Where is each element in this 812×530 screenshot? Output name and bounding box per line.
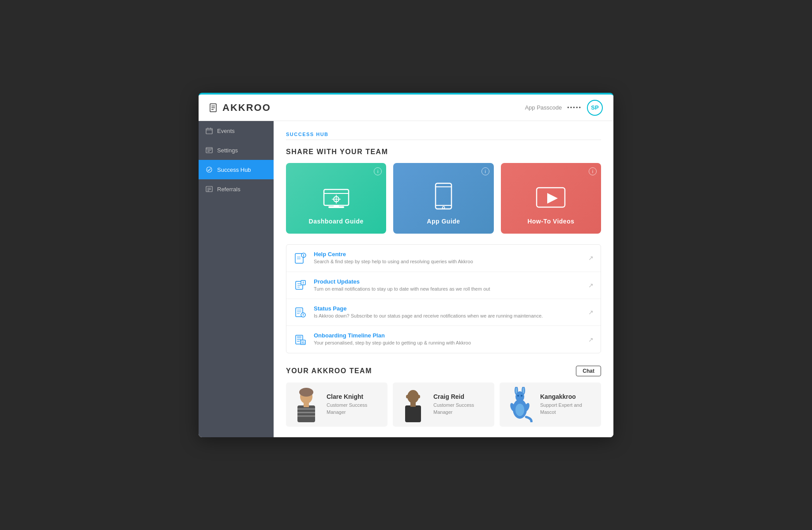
svg-rect-63 <box>304 403 309 407</box>
help-centre-title: Help Centre <box>314 251 588 257</box>
status-page-external-icon: ↗ <box>588 309 594 316</box>
events-icon <box>206 127 213 134</box>
kangakkroo-info: Kangakkroo Support Expert and Mascot <box>540 393 595 416</box>
app-guide-card-icon <box>434 182 453 212</box>
help-centre-icon <box>293 251 308 265</box>
craig-info: Craig Reid Customer Success Manager <box>433 393 488 416</box>
kangakkroo-name: Kangakkroo <box>540 393 595 400</box>
main-layout: Events Settings Success Hub <box>199 121 613 437</box>
help-centre-desc: Search & find step by step help to using… <box>314 258 588 265</box>
svg-rect-59 <box>297 405 315 422</box>
team-card-kangakkroo: Kangakkroo Support Expert and Mascot <box>500 382 601 427</box>
passcode-dots: ••••• <box>567 104 582 111</box>
onboarding-title: Onboarding Timeline Plan <box>314 332 588 339</box>
clare-name: Clare Knight <box>327 393 381 400</box>
onboarding-external-icon: ↗ <box>588 336 594 343</box>
success-hub-icon <box>206 166 213 173</box>
team-cards: Clare Knight Customer Success Manager <box>286 382 601 427</box>
svg-point-64 <box>407 390 419 403</box>
how-to-info-icon[interactable]: i <box>589 167 597 175</box>
dashboard-card-label: Dashboard Guide <box>309 218 364 225</box>
sidebar-item-events[interactable]: Events <box>199 121 274 140</box>
onboarding-text: Onboarding Timeline Plan Your personalis… <box>314 332 588 346</box>
status-page-icon <box>293 305 308 319</box>
resource-item-status-page[interactable]: Status Page Is Akkroo down? Subscribe to… <box>286 299 601 326</box>
clare-role: Customer Success Manager <box>327 402 381 416</box>
sidebar-item-settings[interactable]: Settings <box>199 140 274 160</box>
sidebar-events-label: Events <box>217 128 235 134</box>
passcode-label: App Passcode <box>525 104 562 111</box>
app-guide-card[interactable]: i App Guide <box>393 163 493 234</box>
chat-button[interactable]: Chat <box>576 366 601 376</box>
svg-point-74 <box>523 387 524 394</box>
share-heading: SHARE WITH YOUR TEAM <box>286 148 601 156</box>
sidebar-success-hub-label: Success Hub <box>217 167 251 173</box>
svg-text:31: 31 <box>301 341 305 344</box>
help-centre-external-icon: ↗ <box>588 254 594 261</box>
onboarding-desc: Your personalised, step by step guide to… <box>314 340 588 346</box>
referrals-icon <box>206 186 213 193</box>
logo-text: AKKROO <box>222 102 271 114</box>
cards-row: i Dashboard Guide <box>286 163 601 234</box>
team-header: YOUR AKKROO TEAM Chat <box>286 366 601 376</box>
how-to-card-icon <box>535 186 567 212</box>
status-page-desc: Is Akkroo down? Subscribe to our status … <box>314 313 588 319</box>
app-guide-card-label: App Guide <box>427 218 460 225</box>
onboarding-icon: 31 <box>293 333 308 347</box>
svg-rect-66 <box>410 402 416 407</box>
app-guide-info-icon[interactable]: i <box>481 167 489 175</box>
svg-point-33 <box>303 257 304 257</box>
resource-item-product-updates[interactable]: Product Updates Turn on email notificati… <box>286 272 601 299</box>
team-heading: YOUR AKKROO TEAM <box>286 367 372 375</box>
team-card-craig: Craig Reid Customer Success Manager <box>393 382 494 427</box>
svg-point-76 <box>521 395 523 397</box>
sidebar-referrals-label: Referrals <box>217 186 241 193</box>
svg-point-58 <box>299 388 313 397</box>
resource-list: Help Centre Search & find step by step h… <box>286 244 601 353</box>
how-to-videos-card[interactable]: i How-To Videos <box>501 163 601 234</box>
svg-point-27 <box>442 207 444 209</box>
resource-item-help-centre[interactable]: Help Centre Search & find step by step h… <box>286 245 601 272</box>
logo: AKKROO <box>209 102 271 114</box>
svg-point-68 <box>417 395 420 398</box>
product-updates-text: Product Updates Turn on email notificati… <box>314 278 588 292</box>
how-to-card-label: How-To Videos <box>527 218 574 225</box>
help-centre-text: Help Centre Search & find step by step h… <box>314 251 588 265</box>
dashboard-info-icon[interactable]: i <box>374 167 382 175</box>
product-updates-external-icon: ↗ <box>588 282 594 289</box>
kangakkroo-avatar <box>506 387 534 422</box>
svg-rect-65 <box>405 405 421 422</box>
svg-point-77 <box>515 404 524 416</box>
svg-point-67 <box>406 395 409 398</box>
craig-name: Craig Reid <box>433 393 488 400</box>
settings-icon <box>206 147 213 154</box>
team-card-clare: Clare Knight Customer Success Manager <box>286 382 387 427</box>
product-updates-desc: Turn on email notifications to stay up t… <box>314 286 588 292</box>
sidebar-item-referrals[interactable]: Referrals <box>199 179 274 199</box>
svg-point-12 <box>207 167 212 172</box>
sidebar-item-success-hub[interactable]: Success Hub <box>199 160 274 179</box>
kangakkroo-role: Support Expert and Mascot <box>540 402 595 416</box>
app-window: AKKROO App Passcode ••••• SP Events <box>199 93 613 437</box>
product-updates-icon <box>293 278 308 292</box>
section-divider <box>286 140 601 140</box>
header-right: App Passcode ••••• SP <box>525 100 603 116</box>
sidebar-settings-label: Settings <box>217 147 238 154</box>
status-page-title: Status Page <box>314 305 588 312</box>
craig-role: Customer Success Manager <box>433 402 488 416</box>
status-page-text: Status Page Is Akkroo down? Subscribe to… <box>314 305 588 319</box>
dashboard-guide-card[interactable]: i Dashboard Guide <box>286 163 386 234</box>
clare-info: Clare Knight Customer Success Manager <box>327 393 381 416</box>
svg-rect-4 <box>206 129 212 134</box>
product-updates-title: Product Updates <box>314 278 588 285</box>
svg-marker-29 <box>547 193 558 204</box>
content-area: SUCCESS HUB SHARE WITH YOUR TEAM i <box>274 121 613 437</box>
sidebar: Events Settings Success Hub <box>199 121 274 437</box>
logo-icon <box>209 102 220 113</box>
page-section-label: SUCCESS HUB <box>286 132 601 137</box>
svg-point-73 <box>515 387 517 394</box>
user-avatar-button[interactable]: SP <box>587 100 603 116</box>
resource-item-onboarding[interactable]: 31 Onboarding Timeline Plan Your persona… <box>286 326 601 352</box>
svg-rect-20 <box>334 205 339 207</box>
svg-point-49 <box>303 315 303 316</box>
